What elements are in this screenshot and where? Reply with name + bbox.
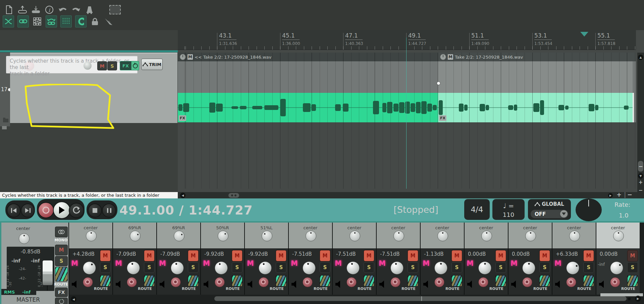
arrange-horizontal-scrollbar[interactable]: ◀ ▶ + | − bbox=[178, 192, 644, 198]
item-fx-badge[interactable]: FX bbox=[439, 115, 446, 121]
snap-icon[interactable] bbox=[75, 15, 87, 27]
pan-knob[interactable] bbox=[481, 231, 492, 241]
solo-button[interactable]: S bbox=[627, 262, 638, 273]
speaker-icon[interactable] bbox=[467, 281, 475, 288]
open-project-icon[interactable] bbox=[17, 5, 28, 15]
speaker-icon[interactable] bbox=[335, 281, 343, 288]
item-grouping-icon[interactable] bbox=[17, 15, 29, 27]
speaker-icon[interactable] bbox=[160, 281, 167, 288]
pan-knob[interactable] bbox=[525, 231, 536, 241]
route-button[interactable] bbox=[495, 275, 506, 287]
speaker-icon[interactable] bbox=[116, 281, 123, 288]
stop-button[interactable] bbox=[88, 203, 102, 218]
record-arm-button[interactable] bbox=[171, 277, 181, 287]
master-fx-button[interactable]: FX bbox=[55, 288, 68, 297]
speaker-icon[interactable] bbox=[204, 281, 211, 288]
grid-lines-icon[interactable] bbox=[60, 15, 72, 27]
tempo-value[interactable]: 110 bbox=[492, 211, 525, 218]
pause-button[interactable] bbox=[102, 203, 116, 218]
media-item-1-body[interactable] bbox=[178, 61, 438, 93]
pan-knob[interactable] bbox=[306, 231, 316, 241]
item-timebase-icon[interactable] bbox=[180, 54, 186, 60]
crossfade-icon[interactable] bbox=[3, 15, 14, 27]
track-resize-handle[interactable] bbox=[2, 126, 7, 129]
mute-button[interactable]: M bbox=[583, 250, 594, 261]
speaker-icon[interactable] bbox=[555, 281, 562, 288]
pan-knob[interactable] bbox=[393, 231, 404, 241]
record-arm-button[interactable] bbox=[478, 277, 488, 287]
pan-knob[interactable] bbox=[218, 231, 228, 241]
pan-knob[interactable] bbox=[86, 231, 97, 241]
record-arm-button[interactable] bbox=[610, 277, 620, 287]
mute-button[interactable]: M bbox=[627, 250, 638, 261]
route-button[interactable] bbox=[364, 275, 374, 287]
transport-time-display[interactable]: 49.1.00 / 1:44.727 bbox=[119, 203, 253, 218]
volume-knob[interactable] bbox=[215, 261, 228, 275]
record-arm-button[interactable] bbox=[127, 277, 137, 287]
record-arm-button[interactable] bbox=[390, 277, 400, 287]
grid-dots-icon[interactable] bbox=[32, 16, 42, 26]
volume-knob[interactable] bbox=[434, 261, 447, 275]
record-arm-button[interactable] bbox=[259, 277, 269, 287]
solo-button[interactable]: S bbox=[276, 262, 286, 273]
master-solo-button[interactable]: S bbox=[55, 256, 68, 266]
pan-knob[interactable] bbox=[262, 231, 272, 241]
project-info-icon[interactable]: i bbox=[44, 5, 54, 15]
track-header[interactable]: Cycles whether this track is a track, a … bbox=[10, 53, 177, 123]
item-timebase-icon[interactable] bbox=[440, 54, 446, 60]
speaker-icon[interactable] bbox=[599, 281, 606, 288]
volume-knob[interactable] bbox=[127, 261, 140, 275]
item-split-dot[interactable] bbox=[437, 81, 440, 85]
volume-knob[interactable] bbox=[303, 261, 316, 275]
track-fx-button[interactable]: FX bbox=[120, 61, 131, 70]
volume-knob[interactable] bbox=[478, 261, 491, 275]
record-arm-button[interactable] bbox=[346, 277, 357, 287]
vscrollbar-thumb[interactable]: − bbox=[638, 161, 643, 172]
master-mute-button[interactable]: M bbox=[55, 245, 68, 255]
route-button[interactable] bbox=[451, 275, 462, 287]
solo-button[interactable]: S bbox=[364, 262, 374, 273]
route-button[interactable] bbox=[408, 275, 418, 287]
solo-button[interactable]: S bbox=[583, 262, 594, 273]
volume-knob[interactable] bbox=[83, 261, 96, 275]
route-button[interactable] bbox=[144, 275, 155, 287]
route-button[interactable] bbox=[627, 275, 638, 287]
global-automation-dropdown[interactable]: OFF bbox=[531, 210, 568, 218]
metronome-icon[interactable] bbox=[85, 5, 95, 15]
marquee-select-icon[interactable] bbox=[109, 5, 121, 14]
playrate-knob[interactable] bbox=[576, 198, 602, 221]
mute-button[interactable]: M bbox=[232, 250, 243, 261]
solo-button[interactable]: S bbox=[539, 262, 550, 273]
solo-button[interactable]: S bbox=[408, 262, 418, 273]
route-button[interactable] bbox=[100, 275, 111, 287]
mute-button[interactable]: M bbox=[539, 250, 550, 261]
pan-knob[interactable] bbox=[130, 231, 141, 241]
solo-button[interactable]: S bbox=[188, 262, 199, 273]
eraser-icon[interactable] bbox=[103, 16, 113, 26]
vertical-zoom-in-button[interactable]: + bbox=[637, 179, 644, 185]
item-fx-badge[interactable]: FX bbox=[179, 115, 186, 121]
track-lane[interactable]: M << Take 2/2: 17-250928_1846.wav M Take… bbox=[178, 53, 636, 122]
mute-button[interactable]: M bbox=[320, 250, 330, 261]
solo-button[interactable]: S bbox=[320, 262, 330, 273]
volume-knob[interactable] bbox=[259, 261, 272, 275]
solo-button[interactable]: S bbox=[232, 262, 243, 273]
pan-knob[interactable] bbox=[569, 231, 580, 241]
rate-value[interactable]: 1.0 bbox=[619, 212, 629, 219]
track-pan-knob[interactable] bbox=[84, 62, 92, 70]
speaker-icon[interactable] bbox=[248, 281, 255, 288]
speaker-icon[interactable] bbox=[291, 281, 299, 288]
volume-knob[interactable] bbox=[566, 261, 579, 275]
master-meter[interactable]: -0.85dB -inf -inf 0 -12 -18 -24 -30 0 -1… bbox=[7, 247, 54, 291]
vertical-zoom-out-button[interactable]: − bbox=[637, 187, 644, 193]
scroll-up-button[interactable]: ▲ bbox=[638, 55, 643, 60]
master-fader[interactable] bbox=[42, 260, 53, 286]
route-button[interactable] bbox=[276, 275, 286, 287]
item-mute-icon[interactable]: M bbox=[187, 54, 193, 60]
mute-button[interactable]: M bbox=[451, 250, 462, 261]
mute-button[interactable]: M bbox=[408, 250, 418, 261]
track-fx-bypass-button[interactable] bbox=[131, 61, 139, 70]
record-arm-button[interactable] bbox=[434, 277, 444, 287]
media-item-2-titlebar[interactable]: M Take 2/2: 17-250928_1846.wav bbox=[438, 53, 636, 61]
scroll-down-button[interactable]: ▼ bbox=[638, 173, 643, 179]
